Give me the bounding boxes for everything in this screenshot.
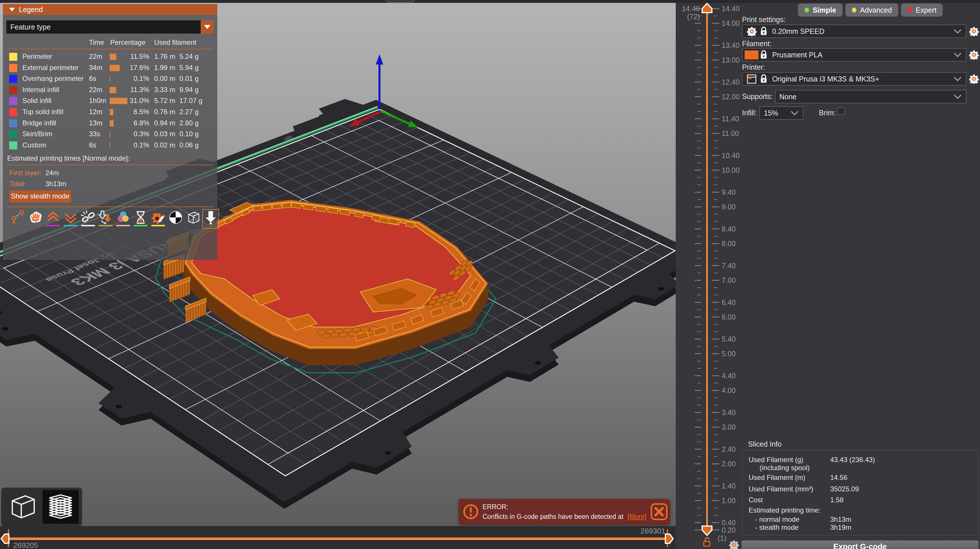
center-of-mass-toggle[interactable] bbox=[168, 209, 184, 228]
feature-color-swatch bbox=[9, 97, 17, 105]
print-settings-value: 0.20mm SPEED bbox=[772, 27, 824, 36]
pause-prints-toggle[interactable] bbox=[133, 209, 149, 228]
custom-gcodes-toggle[interactable] bbox=[150, 209, 166, 228]
gcode-slider-start-value: 269205 bbox=[13, 541, 38, 549]
feature-weight: 5.24 g bbox=[180, 52, 199, 60]
view-type-dropdown[interactable]: Feature type bbox=[6, 21, 214, 33]
collapse-triangle-icon[interactable] bbox=[9, 8, 15, 11]
feature-length: 0.94 m bbox=[154, 119, 175, 127]
legend-row-solid-infill: Solid infill1h0m31.0%5.72 m17.07 g bbox=[3, 95, 217, 106]
mode-dot-icon bbox=[804, 8, 809, 13]
layer-slider-top-value: 14.40 bbox=[676, 5, 700, 13]
lock-icon bbox=[760, 50, 767, 60]
svg-text:1.40: 1.40 bbox=[722, 482, 736, 490]
3d-editor-view-button[interactable] bbox=[6, 490, 41, 524]
bottom-bar: 269205 269301 bbox=[0, 526, 676, 549]
feature-weight: 2.80 g bbox=[180, 119, 199, 127]
toolpath-heights-toggle[interactable] bbox=[203, 209, 219, 228]
layer-slider-gear-icon[interactable] bbox=[729, 540, 739, 549]
filament-combo[interactable]: Prusament PLA bbox=[742, 48, 966, 61]
mode-dot-icon bbox=[907, 8, 912, 13]
printer-value: Original Prusa i3 MK3S & MK3S+ bbox=[772, 75, 879, 83]
wipe-toggle[interactable] bbox=[27, 209, 44, 228]
feature-percentage: 0.1% bbox=[110, 75, 149, 83]
legend-header[interactable]: Legend bbox=[3, 4, 217, 15]
printer-edit-gear-icon[interactable] bbox=[969, 74, 979, 84]
pause-prints-underline bbox=[134, 225, 148, 226]
svg-text:9.40: 9.40 bbox=[722, 188, 736, 196]
svg-text:13.00: 13.00 bbox=[722, 56, 740, 64]
sliced-info-value: 1.58 bbox=[830, 496, 844, 504]
seams-toggle[interactable] bbox=[80, 209, 96, 228]
dropdown-arrow-icon bbox=[204, 25, 210, 29]
printer-combo[interactable]: Original Prusa i3 MK3S & MK3S+ bbox=[742, 72, 966, 86]
feature-weight: 0.01 g bbox=[180, 75, 199, 83]
svg-text:4.40: 4.40 bbox=[722, 372, 736, 380]
deretractions-toggle[interactable] bbox=[62, 209, 79, 228]
supports-combo[interactable]: None bbox=[775, 90, 966, 103]
3d-viewport[interactable]: ORIGINAL PRUSA i3 MK3by Josef Prusa Lege… bbox=[0, 3, 676, 526]
preview-view-button[interactable] bbox=[43, 490, 79, 524]
gcode-slider-end-value: 269301 bbox=[625, 527, 665, 536]
export-gcode-button[interactable]: Export G-code bbox=[741, 540, 978, 549]
tool-changes-toggle[interactable] bbox=[98, 209, 114, 228]
feature-color-swatch bbox=[9, 130, 17, 138]
brim-checkbox[interactable] bbox=[838, 108, 845, 115]
shells-toggle[interactable] bbox=[185, 209, 201, 228]
feature-length: 0.76 m bbox=[154, 108, 175, 116]
first-layer-label: First layer: bbox=[10, 169, 41, 177]
feature-time: 22m bbox=[89, 86, 102, 94]
svg-text:9.00: 9.00 bbox=[722, 203, 736, 211]
custom-gcodes-icon bbox=[151, 210, 165, 226]
layer-slider-ruler[interactable]: 14.4014.0013.4013.0012.4012.0011.4011.00… bbox=[676, 0, 750, 549]
gcode-slider-left-handle[interactable] bbox=[1, 529, 9, 547]
feature-time: 22m bbox=[89, 52, 102, 60]
travel-paths-toggle[interactable] bbox=[10, 209, 26, 228]
gcode-move-slider[interactable] bbox=[0, 526, 676, 549]
feature-time: 34m bbox=[89, 63, 102, 72]
color-changes-toggle[interactable] bbox=[115, 209, 131, 228]
layer-range-lock-icon[interactable] bbox=[703, 537, 711, 549]
error-more-link[interactable]: [More] bbox=[627, 513, 646, 520]
mode-label: Advanced bbox=[860, 6, 892, 14]
sliced-info-label: Used Filament (mm³) bbox=[749, 485, 813, 493]
feature-percentage: 0.3% bbox=[110, 130, 149, 138]
printer-icon bbox=[747, 74, 756, 85]
show-stealth-mode-button[interactable]: Show stealth mode bbox=[9, 190, 71, 203]
infill-combo[interactable]: 15% bbox=[760, 106, 803, 120]
svg-text:8.00: 8.00 bbox=[722, 240, 736, 248]
shells-icon bbox=[186, 210, 200, 226]
svg-text:0.20: 0.20 bbox=[722, 526, 736, 534]
mode-button-simple[interactable]: Simple bbox=[798, 3, 843, 17]
mode-button-advanced[interactable]: Advanced bbox=[845, 3, 898, 17]
mode-button-expert[interactable]: Expert bbox=[901, 3, 943, 17]
view-type-dropdown-button[interactable] bbox=[200, 21, 214, 33]
svg-text:7.00: 7.00 bbox=[722, 276, 736, 284]
feature-color-swatch bbox=[9, 75, 17, 83]
feature-label: External perimeter bbox=[22, 63, 79, 72]
gcode-slider-right-handle[interactable] bbox=[665, 529, 673, 547]
chevron-down-icon bbox=[791, 111, 798, 116]
error-toast: ERROR: Conflicts in G-code paths have be… bbox=[458, 499, 670, 525]
print-settings-edit-gear-icon[interactable] bbox=[969, 26, 979, 36]
sliced-info-value: 3h13m bbox=[830, 516, 851, 524]
chevron-down-icon bbox=[954, 77, 961, 83]
column-percentage: Percentage bbox=[110, 38, 146, 46]
filament-edit-gear-icon[interactable] bbox=[969, 50, 979, 60]
feature-percentage: 31.0% bbox=[110, 97, 149, 105]
layer-slider[interactable]: 14.4014.0013.4013.0012.4012.0011.4011.00… bbox=[676, 0, 750, 549]
first-layer-value: 24m bbox=[45, 169, 59, 177]
chevron-down-icon bbox=[954, 53, 961, 58]
feature-time: 1h0m bbox=[89, 97, 106, 105]
toast-close-button[interactable] bbox=[650, 503, 668, 520]
print-settings-combo[interactable]: 0.20mm SPEED bbox=[742, 25, 966, 38]
lock-icon bbox=[760, 74, 767, 85]
legend-row-top-solid-infill: Top solid infill12m6.5%0.76 m2.27 g bbox=[3, 107, 217, 117]
svg-text:12.00: 12.00 bbox=[722, 93, 740, 101]
tool-changes-underline bbox=[99, 225, 113, 226]
svg-text:13.40: 13.40 bbox=[722, 41, 740, 49]
print-settings-label: Print settings: bbox=[742, 16, 785, 24]
feature-label: Bridge infill bbox=[22, 119, 56, 127]
print-settings-gear-icon bbox=[747, 26, 757, 37]
retractions-toggle[interactable] bbox=[45, 209, 61, 228]
